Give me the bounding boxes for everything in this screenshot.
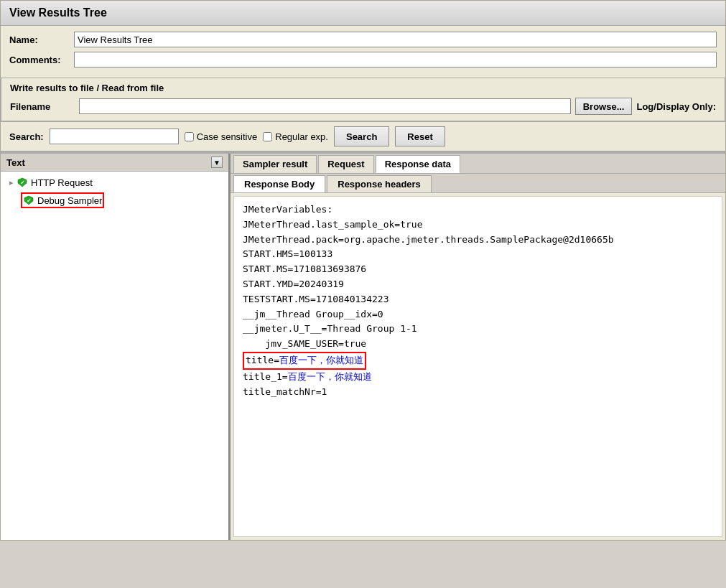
reset-button[interactable]: Reset (395, 126, 445, 146)
case-sensitive-checkbox[interactable] (185, 132, 194, 141)
left-panel: Text ▼ ▸ ✓ HTTP Request (1, 154, 231, 540)
name-label: Name: (9, 34, 74, 45)
regular-exp-label[interactable]: Regular exp. (263, 131, 328, 142)
dropdown-arrow[interactable]: ▼ (211, 157, 223, 168)
highlighted-title-line: title=百度一下，你就知道 (243, 352, 366, 370)
page-title: View Results Tree (9, 6, 107, 19)
response-line-4: START.MS=1710813693876 (243, 262, 713, 277)
http-request-label: HTTP Request (31, 177, 93, 188)
response-line-0: JMeterVariables: (243, 202, 713, 218)
shield-icon-http: ✓ (17, 177, 28, 188)
expand-icon: ▸ (9, 178, 14, 187)
comments-label: Comments: (9, 55, 74, 65)
tab-sampler-result[interactable]: Sampler result (233, 155, 317, 173)
search-input[interactable] (50, 129, 179, 144)
regular-exp-checkbox[interactable] (263, 132, 272, 141)
right-panel: Sampler result Request Response data Res… (231, 154, 725, 540)
response-line-5: START.YMD=20240319 (243, 277, 713, 292)
left-panel-header: Text ▼ (1, 154, 228, 172)
search-label: Search: (9, 131, 44, 142)
response-line-8: __jmeter.U_T__=Thread Group 1-1 (243, 322, 713, 337)
shield-icon-debug: ✓ (23, 195, 34, 206)
search-bar: Search: Case sensitive Regular exp. Sear… (1, 121, 725, 152)
log-display-label: Log/Display Only: (636, 101, 716, 112)
chinese-title-text: 百度一下，你就知道 (279, 355, 363, 365)
name-row: Name: (9, 32, 717, 47)
tree-item-http-request[interactable]: ▸ ✓ HTTP Request (1, 174, 228, 190)
tree-item-debug-sampler[interactable]: ✓ Debug Sampler (15, 190, 228, 210)
sub-tab-response-body[interactable]: Response Body (233, 175, 325, 192)
filename-input[interactable] (79, 98, 571, 114)
content-area: Text ▼ ▸ ✓ HTTP Request (1, 152, 725, 540)
response-line-3: START.HMS=100133 (243, 247, 713, 262)
main-container: View Results Tree Name: Comments: Write … (0, 0, 726, 541)
response-content[interactable]: JMeterVariables: JMeterThread.last_sampl… (233, 196, 722, 537)
tab-response-data[interactable]: Response data (376, 155, 460, 173)
svg-text:✓: ✓ (20, 179, 25, 186)
chinese-title-1-text: 百度一下，你就知道 (288, 371, 372, 382)
response-line-9: jmv_SAME_USER=true (243, 337, 713, 352)
response-line-2: JMeterThread.pack=org.apache.jmeter.thre… (243, 233, 713, 248)
response-line-7: __jm__Thread Group__idx=0 (243, 307, 713, 322)
filename-label: Filename (10, 101, 75, 112)
main-tabs: Sampler result Request Response data (231, 154, 725, 174)
file-section-title: Write results to file / Read from file (10, 83, 716, 93)
browse-button[interactable]: Browse... (575, 98, 633, 115)
name-input[interactable] (74, 32, 717, 47)
sub-tabs: Response Body Response headers (231, 174, 725, 193)
form-section: Name: Comments: (1, 26, 725, 78)
search-button[interactable]: Search (334, 126, 389, 146)
comments-row: Comments: (9, 52, 717, 67)
sub-tab-response-headers[interactable]: Response headers (327, 175, 432, 192)
debug-sampler-label: Debug Sampler (37, 195, 102, 206)
svg-text:✓: ✓ (27, 197, 32, 204)
response-line-1: JMeterThread.last_sample_ok=true (243, 218, 713, 233)
selected-item-box: ✓ Debug Sampler (21, 192, 104, 208)
response-line-12: title_matchNr=1 (243, 385, 713, 400)
text-column-header: Text (6, 157, 25, 168)
title-bar: View Results Tree (1, 1, 725, 26)
response-line-10: title=百度一下，你就知道 (243, 352, 713, 370)
response-line-6: TESTSTART.MS=1710840134223 (243, 292, 713, 307)
tab-request[interactable]: Request (318, 155, 373, 173)
file-section: Write results to file / Read from file F… (1, 78, 725, 121)
tree-items: ▸ ✓ HTTP Request (1, 172, 228, 213)
comments-input[interactable] (74, 52, 717, 67)
file-row: Filename Browse... Log/Display Only: (10, 98, 716, 115)
case-sensitive-label[interactable]: Case sensitive (185, 131, 258, 142)
response-line-11: title_1=百度一下，你就知道 (243, 370, 713, 385)
